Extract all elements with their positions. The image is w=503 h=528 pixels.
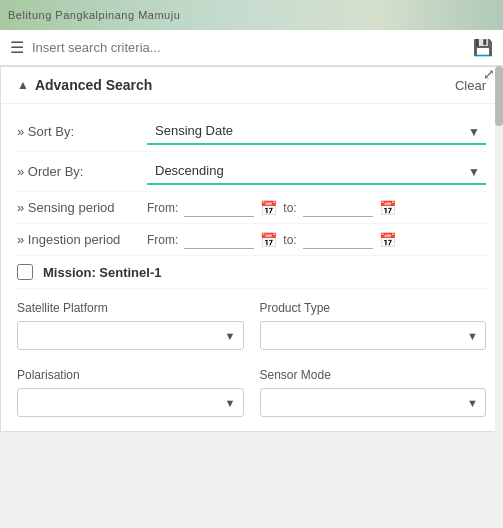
ingestion-period-fields: From: 📅 to: 📅 <box>147 230 486 249</box>
sort-by-select-wrapper: Sensing Date Ingestion Date Cloud Cover … <box>147 118 486 145</box>
polarisation-select-wrapper: ▼ <box>17 388 244 417</box>
sensing-period-fields: From: 📅 to: 📅 <box>147 198 486 217</box>
product-type-label: Product Type <box>260 301 487 315</box>
sensor-mode-label: Sensor Mode <box>260 368 487 382</box>
sensor-mode-select[interactable] <box>260 388 487 417</box>
order-by-label: Order By: <box>17 164 147 179</box>
advanced-header-left: ▲ Advanced Search <box>17 77 152 93</box>
search-bar: ☰ 💾 <box>0 30 503 66</box>
ingestion-period-label: Ingestion period <box>17 232 147 247</box>
product-type-field: Product Type ▼ <box>260 301 487 350</box>
satellite-platform-select-wrapper: ▼ <box>17 321 244 350</box>
sensing-to-label: to: <box>283 201 296 215</box>
sensor-mode-field: Sensor Mode ▼ <box>260 368 487 417</box>
ingestion-to-calendar-icon[interactable]: 📅 <box>379 232 396 248</box>
scrollbar-track[interactable] <box>495 66 503 528</box>
sensing-period-row: Sensing period From: 📅 to: 📅 <box>17 192 486 224</box>
platform-product-row: Satellite Platform ▼ Product Type ▼ <box>17 289 486 356</box>
mission-row: Mission: Sentinel-1 <box>17 256 486 289</box>
ingestion-from-input[interactable] <box>184 230 254 249</box>
sensing-period-label: Sensing period <box>17 200 147 215</box>
scrollbar-thumb[interactable] <box>495 66 503 126</box>
satellite-platform-field: Satellite Platform ▼ <box>17 301 244 350</box>
ingestion-period-row: Ingestion period From: 📅 to: 📅 <box>17 224 486 256</box>
sensor-mode-select-wrapper: ▼ <box>260 388 487 417</box>
advanced-search-title: Advanced Search <box>35 77 153 93</box>
expand-icon[interactable]: ⤢ <box>483 66 495 82</box>
map-bar: Belitung Pangkalpinang Mamuju <box>0 0 503 30</box>
mission-label: Mission: Sentinel-1 <box>43 265 161 280</box>
mission-checkbox[interactable] <box>17 264 33 280</box>
hamburger-icon[interactable]: ☰ <box>10 38 24 57</box>
search-input[interactable] <box>32 40 473 55</box>
product-type-select[interactable] <box>260 321 487 350</box>
order-by-select[interactable]: Descending Ascending <box>147 158 486 185</box>
map-text: Belitung Pangkalpinang Mamuju <box>8 9 180 21</box>
form-section: Sort By: Sensing Date Ingestion Date Clo… <box>1 104 502 431</box>
polarisation-label: Polarisation <box>17 368 244 382</box>
sensing-from-calendar-icon[interactable]: 📅 <box>260 200 277 216</box>
ingestion-to-input[interactable] <box>303 230 373 249</box>
sensing-from-label: From: <box>147 201 178 215</box>
polarisation-sensor-row: Polarisation ▼ Sensor Mode ▼ <box>17 356 486 423</box>
advanced-search-panel: ▲ Advanced Search Clear Sort By: Sensing… <box>0 66 503 432</box>
sort-by-label: Sort By: <box>17 124 147 139</box>
clear-button[interactable]: Clear <box>455 78 486 93</box>
sensing-to-input[interactable] <box>303 198 373 217</box>
ingestion-from-calendar-icon[interactable]: 📅 <box>260 232 277 248</box>
sensing-from-input[interactable] <box>184 198 254 217</box>
search-bar-left: ☰ <box>10 38 473 57</box>
ingestion-to-label: to: <box>283 233 296 247</box>
polarisation-field: Polarisation ▼ <box>17 368 244 417</box>
polarisation-select[interactable] <box>17 388 244 417</box>
ingestion-from-label: From: <box>147 233 178 247</box>
satellite-platform-select[interactable] <box>17 321 244 350</box>
sort-by-row: Sort By: Sensing Date Ingestion Date Clo… <box>17 112 486 152</box>
order-by-select-wrapper: Descending Ascending ▼ <box>147 158 486 185</box>
sort-by-select[interactable]: Sensing Date Ingestion Date Cloud Cover <box>147 118 486 145</box>
chevron-up-icon[interactable]: ▲ <box>17 78 29 92</box>
save-icon[interactable]: 💾 <box>473 38 493 57</box>
advanced-search-header: ▲ Advanced Search Clear <box>1 67 502 104</box>
sensing-to-calendar-icon[interactable]: 📅 <box>379 200 396 216</box>
product-type-select-wrapper: ▼ <box>260 321 487 350</box>
order-by-row: Order By: Descending Ascending ▼ <box>17 152 486 192</box>
satellite-platform-label: Satellite Platform <box>17 301 244 315</box>
